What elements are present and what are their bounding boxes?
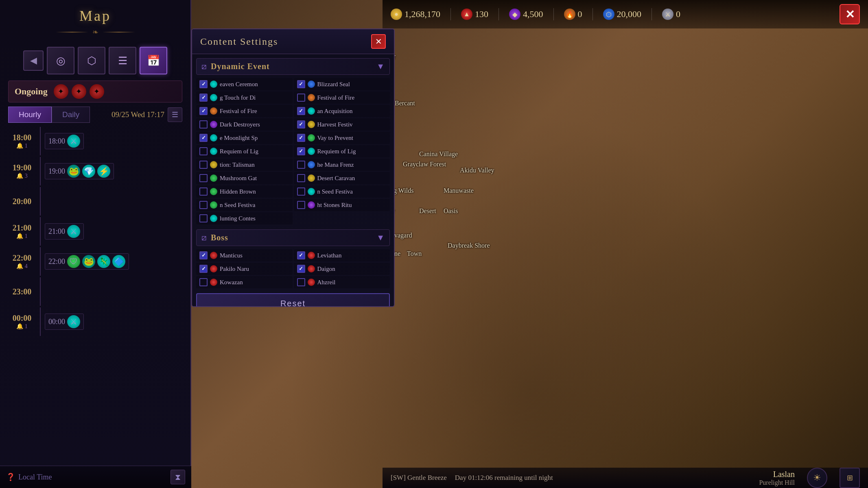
local-time-button[interactable]: ❓ Local Time	[6, 473, 52, 481]
section-pattern-icon: ⧄	[201, 62, 207, 71]
dot-mana-frenzy	[308, 161, 315, 168]
location-name: Laslan	[759, 470, 795, 479]
event-row-talisman: tion: Talisman	[196, 159, 293, 171]
checkbox-mushroom-gat[interactable]	[199, 174, 208, 182]
event-badge-2200: 22:00 🛡 🐸 🦎 🔷	[45, 253, 129, 270]
nav-icon-map[interactable]: ◎	[47, 47, 74, 74]
hud-purple: ◆ 4,500	[509, 9, 543, 20]
event-row-seed-festival-1: n Seed Festiva	[294, 185, 390, 198]
sublocation-name: Purelight Hill	[759, 479, 795, 486]
ongoing-icons: ✦ ✦ ✦	[54, 84, 104, 99]
boss-label: Boss	[211, 233, 228, 242]
checkbox-seed-festival-1[interactable]	[297, 187, 305, 196]
modal-header: Content Settings ✕	[192, 29, 394, 54]
filter-button[interactable]: ⧗	[171, 470, 185, 484]
day-status: Day 01:12:06 remaining until night	[455, 474, 553, 482]
red-amount: 130	[475, 9, 488, 20]
checkbox-daigon[interactable]	[297, 265, 305, 273]
event-name-kowazan: Kowazan	[220, 279, 243, 286]
checkbox-mana-frenzy[interactable]	[297, 161, 305, 169]
deco-line-right	[103, 32, 135, 33]
event-name-an-acquisition: an Acquisition	[317, 108, 353, 115]
event-icon-0000: ⚔	[67, 315, 80, 328]
checkbox-ahzreil[interactable]	[297, 278, 305, 286]
event-row-festival-fire-2: Festival of Fire	[196, 105, 293, 117]
checkbox-leviathan[interactable]	[297, 251, 305, 259]
event-badge-1800: 18:00 ⚔	[45, 133, 84, 149]
event-icon-1900-c: ⚡	[97, 165, 110, 178]
time-col-2300: 23:00	[4, 277, 41, 306]
view-list-button[interactable]: ☰	[168, 107, 182, 122]
bell-1800: 🔔 1	[16, 142, 28, 149]
checkbox-manticus[interactable]	[199, 251, 208, 259]
daily-button[interactable]: Daily	[52, 107, 90, 123]
checkbox-ht-stones[interactable]	[297, 201, 305, 209]
event-row-g-touch: g Touch for Di	[196, 92, 293, 104]
minimap-button[interactable]: ☀	[807, 468, 827, 488]
event-row-manticus: Manticus	[196, 249, 293, 261]
event-time-1800: 18:00	[48, 137, 65, 146]
checkbox-dark-destroyers[interactable]	[199, 120, 208, 129]
nav-back-button[interactable]: ◀	[23, 50, 44, 71]
deco-line-left	[56, 32, 88, 33]
checkbox-seed-festival-2[interactable]	[199, 201, 208, 209]
checkbox-hunting-contest[interactable]	[199, 214, 208, 222]
checkbox-desert-caravan[interactable]	[297, 174, 305, 182]
checkbox-blizzard-seal[interactable]	[297, 80, 305, 88]
checkbox-moonlight[interactable]	[199, 134, 208, 142]
dot-manticus	[210, 252, 217, 259]
reset-button[interactable]: Reset	[196, 293, 390, 306]
checkbox-hidden-brown[interactable]	[199, 187, 208, 196]
fullscreen-map-button[interactable]: ⊞	[840, 468, 860, 488]
nav-icon-list[interactable]: ☰	[109, 47, 136, 74]
hud-divider-4	[593, 8, 593, 20]
event-row-dark-destroyers: Dark Destroyers	[196, 118, 293, 131]
modal-close-button[interactable]: ✕	[371, 34, 386, 49]
event-name-festival-fire-1: Festival of Fire	[317, 94, 355, 101]
checkbox-vay-prevent[interactable]	[297, 134, 305, 142]
top-hud: ● 1,268,170 ▲ 130 ◆ 4,500 🔥 0 ⬡ 20,000 ⚔…	[383, 0, 868, 28]
event-row-vay-prevent: Vay to Prevent	[294, 132, 390, 144]
orange-currency-icon: 🔥	[564, 9, 575, 20]
checkbox-pakilo-naru[interactable]	[199, 265, 208, 273]
dot-festival-fire-1	[308, 94, 315, 101]
event-name-seed-festival-2: n Seed Festiva	[220, 202, 256, 209]
bell-2200: 🔔 4	[16, 263, 28, 270]
event-row-leviathan: Leviathan	[294, 249, 390, 261]
checkbox-g-touch[interactable]	[199, 94, 208, 102]
event-time-1900: 19:00	[48, 167, 65, 176]
dot-seed-festival-2	[210, 201, 217, 209]
checkbox-kowazan[interactable]	[199, 278, 208, 286]
event-name-talisman: tion: Talisman	[220, 161, 255, 168]
dynamic-event-chevron: ▼	[376, 62, 385, 71]
modal-body[interactable]: ⧄ Dynamic Event ▼ eaven Ceremon Blizzard…	[192, 54, 394, 306]
list-icon: ☰	[118, 54, 127, 67]
hud-orange: 🔥 0	[564, 9, 582, 20]
gold-icon: ●	[391, 9, 402, 20]
checkbox-talisman[interactable]	[199, 161, 208, 169]
left-panel: Map ❧ ◀ ◎ ⬡ ☰ 📅 Ongoing ✦ ✦ ✦ Hourly Dai…	[0, 0, 191, 488]
event-icon-1900-a: 🐸	[67, 165, 80, 178]
event-icon-2200-d: 🔷	[112, 255, 125, 268]
checkbox-requiem-2[interactable]	[297, 147, 305, 155]
boss-header-left: ⧄ Boss	[201, 233, 228, 242]
boss-section-header[interactable]: ⧄ Boss ▼	[196, 229, 390, 246]
nav-icon-calendar[interactable]: 📅	[140, 47, 167, 74]
dynamic-event-section-header[interactable]: ⧄ Dynamic Event ▼	[196, 58, 390, 75]
hud-divider-2	[498, 8, 499, 20]
location-info: Laslan Purelight Hill	[759, 470, 795, 486]
boss-event-grid: Manticus Leviathan Pakilo Naru Daigon	[196, 249, 390, 288]
checkbox-harvest-festival[interactable]	[297, 120, 305, 129]
checkbox-festival-fire-1[interactable]	[297, 94, 305, 102]
checkbox-festival-fire-2[interactable]	[199, 107, 208, 115]
compass-icon: ☀	[813, 473, 821, 483]
close-map-button[interactable]: ✕	[840, 4, 860, 24]
dot-mushroom-gat	[210, 174, 217, 182]
checkbox-requiem-1[interactable]	[199, 147, 208, 155]
checkbox-heaven-ceremony[interactable]	[199, 80, 208, 88]
nav-icon-world[interactable]: ⬡	[78, 47, 105, 74]
event-name-pakilo-naru: Pakilo Naru	[220, 266, 249, 272]
checkbox-an-acquisition[interactable]	[297, 107, 305, 115]
event-name-requiem-2: Requiem of Lig	[317, 148, 356, 155]
hourly-button[interactable]: Hourly	[8, 107, 52, 123]
